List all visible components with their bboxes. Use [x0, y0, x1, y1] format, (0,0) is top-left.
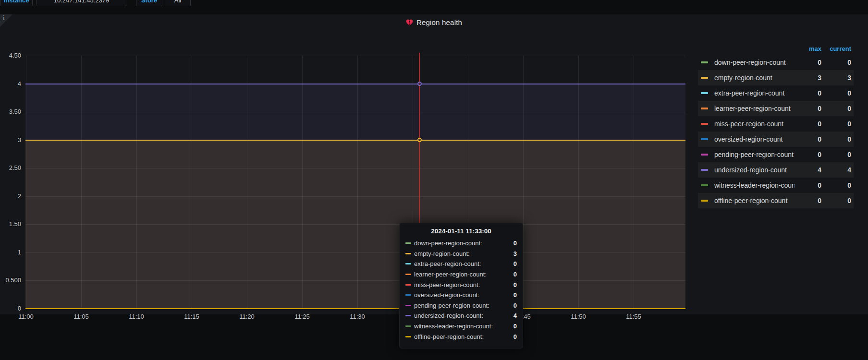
legend-max-value: 0 [795, 59, 821, 66]
tooltip-swatch [405, 315, 411, 316]
legend-series-name: offline-peer-region-count [714, 197, 795, 204]
tooltip-series-value: 0 [513, 240, 517, 247]
legend-series-name: miss-peer-region-count [714, 120, 795, 128]
tooltip-timestamp: 2024-01-11 11:33:00 [405, 228, 517, 235]
x-axis-tick-label: 11:30 [343, 313, 372, 320]
tooltip-row-witness-leader-region-count: witness-leader-region-count:0 [405, 321, 517, 332]
tooltip-series-value: 0 [513, 302, 517, 309]
legend-swatch [701, 61, 708, 63]
legend-current-value: 4 [821, 166, 851, 174]
tooltip-series-value: 0 [513, 333, 517, 340]
tooltip-swatch [405, 294, 411, 296]
tooltip-series-name: learner-peer-region-count: [414, 271, 513, 278]
legend-row-witness-leader-region-count[interactable]: witness-leader-region-count00 [698, 178, 854, 193]
tooltip-series-name: pending-peer-region-count: [414, 302, 513, 309]
y-axis-tick-label: 1.50 [0, 220, 21, 228]
legend-current-value: 0 [821, 120, 851, 128]
instance-variable-dropdown[interactable]: 10.247.141.45:2379 [37, 0, 126, 6]
instance-variable-label[interactable]: Instance [0, 0, 33, 6]
v-gridline [357, 56, 358, 309]
h-gridline [25, 168, 685, 168]
tooltip-series-value: 0 [513, 323, 517, 330]
tooltip-swatch [405, 325, 411, 327]
h-gridline [25, 112, 685, 112]
legend-row-oversized-region-count[interactable]: oversized-region-count00 [698, 132, 854, 147]
legend-max-value: 0 [795, 135, 821, 143]
hover-point-undersized-region-count [417, 82, 422, 86]
legend-swatch [701, 184, 708, 186]
v-gridline [247, 56, 247, 309]
legend-swatch [701, 92, 708, 94]
tooltip-swatch [405, 242, 411, 244]
x-axis-tick-label: 11:15 [177, 313, 206, 320]
legend-max-value: 0 [795, 197, 821, 204]
tooltip-series-value: 0 [513, 271, 517, 278]
legend-row-undersized-region-count[interactable]: undersized-region-count44 [698, 162, 854, 178]
legend-series-name: down-peer-region-count [714, 59, 795, 66]
legend-swatch [701, 169, 708, 171]
legend-swatch [701, 123, 708, 125]
v-gridline [81, 56, 82, 309]
tooltip-swatch [405, 263, 411, 264]
legend-swatch [701, 200, 708, 202]
y-axis-tick-label: 1 [0, 249, 21, 256]
legend-max-value: 0 [795, 151, 821, 158]
tooltip-series-value: 3 [513, 250, 517, 257]
tooltip-series-name: oversized-region-count: [414, 291, 513, 299]
y-axis-tick-label: 3.50 [0, 108, 21, 115]
x-axis-tick-label: 11:10 [122, 313, 151, 320]
store-variable-label-text: Store [141, 0, 157, 4]
v-gridline [523, 56, 524, 309]
legend-row-extra-peer-region-count[interactable]: extra-peer-region-count00 [698, 85, 854, 101]
y-axis-tick-label: 2 [0, 192, 21, 200]
instance-variable-label-text: Instance [4, 0, 29, 4]
legend-series-name: learner-peer-region-count [714, 105, 795, 112]
legend-header-max[interactable]: max [795, 45, 821, 52]
legend-header-current[interactable]: current [821, 45, 851, 52]
legend-table: max current down-peer-region-count00empt… [698, 42, 854, 208]
tooltip-series-name: undersized-region-count: [414, 312, 513, 319]
legend-current-value: 0 [821, 89, 851, 97]
tooltip-series-name: empty-region-count: [414, 250, 513, 257]
tooltip-swatch [405, 274, 411, 275]
store-variable-label[interactable]: Store [136, 0, 162, 6]
legend-max-value: 3 [795, 74, 821, 82]
tooltip-row-learner-peer-region-count: learner-peer-region-count:0 [405, 269, 517, 280]
tooltip-series-value: 0 [513, 260, 517, 267]
tooltip-series-name: miss-peer-region-count: [414, 281, 513, 288]
tooltip-series-name: down-peer-region-count: [414, 240, 513, 247]
legend-series-name: extra-peer-region-count [714, 89, 795, 97]
legend-row-empty-region-count[interactable]: empty-region-count33 [698, 70, 854, 85]
legend-row-down-peer-region-count[interactable]: down-peer-region-count00 [698, 55, 854, 70]
legend-current-value: 0 [821, 181, 851, 189]
graph-tooltip: 2024-01-11 11:33:00 down-peer-region-cou… [399, 223, 523, 348]
legend-row-offline-peer-region-count[interactable]: offline-peer-region-count00 [698, 193, 854, 208]
x-axis-tick-label: 11:05 [67, 313, 96, 320]
legend-max-value: 0 [795, 120, 821, 128]
legend-series-name: witness-leader-region-count [714, 181, 795, 189]
tooltip-row-empty-region-count: empty-region-count:3 [405, 249, 517, 259]
tooltip-series-name: extra-peer-region-count: [414, 260, 513, 267]
legend-max-value: 0 [795, 181, 821, 189]
legend-row-learner-peer-region-count[interactable]: learner-peer-region-count00 [698, 101, 854, 116]
y-axis-tick-label: 3 [0, 136, 21, 144]
variable-bar: Instance 10.247.141.45:2379 Store All [0, 0, 868, 14]
store-variable-dropdown[interactable]: All [165, 0, 191, 6]
x-axis-tick-label: 11:55 [619, 313, 648, 320]
x-axis-tick-label: 11:00 [12, 313, 40, 320]
legend-current-value: 0 [821, 135, 851, 143]
tooltip-swatch [405, 305, 411, 306]
tooltip-series-value: 0 [513, 281, 517, 288]
dashboard: Instance 10.247.141.45:2379 Store All i [0, 0, 868, 360]
store-variable-value: All [174, 0, 181, 4]
v-gridline [192, 56, 192, 309]
legend-row-pending-peer-region-count[interactable]: pending-peer-region-count00 [698, 147, 854, 162]
legend-current-value: 0 [821, 59, 851, 66]
legend-series-name: oversized-region-count [714, 135, 795, 143]
tooltip-swatch [405, 253, 411, 254]
legend-max-value: 0 [795, 89, 821, 97]
y-axis-tick-label: 4.50 [0, 52, 21, 59]
h-gridline [25, 252, 685, 253]
legend-row-miss-peer-region-count[interactable]: miss-peer-region-count00 [698, 116, 854, 132]
h-gridline [25, 56, 685, 56]
